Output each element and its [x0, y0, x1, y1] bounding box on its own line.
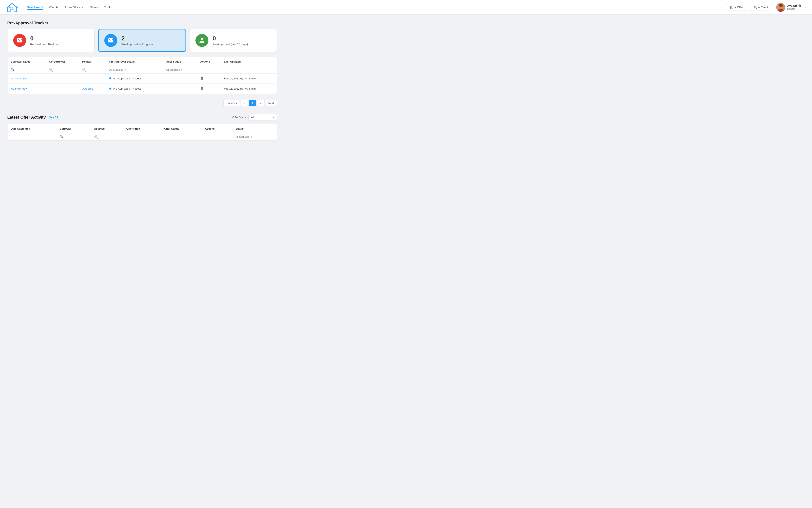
- nav-loan-officers[interactable]: Loan Officers: [65, 5, 83, 10]
- col-offer-status: Offer Status: [162, 57, 197, 66]
- offer-filter-row: 🔍 🔍 All Statuses ▼: [7, 133, 277, 140]
- preapproval-status-jenna: Pre-Approval in Process: [109, 77, 141, 80]
- nav-toolbox[interactable]: Toolbox: [104, 5, 115, 10]
- offer-col-offer-status: Offer Status: [161, 124, 202, 133]
- offer-table: Date Submitted Borrower Address Offer Pr…: [7, 124, 277, 140]
- inprogress-count: 2: [122, 35, 153, 42]
- delete-button-jenna[interactable]: 🗑: [200, 76, 204, 80]
- table-header-row: Borrower Name Co-Borrower Realtor Pre-Ap…: [7, 57, 277, 66]
- offer-col-status: Status: [232, 124, 277, 133]
- offer-table-header-row: Date Submitted Borrower Address Offer Pr…: [7, 124, 277, 133]
- offer-status-col-filter[interactable]: All Statuses ▼: [235, 135, 273, 138]
- preapproval-tracker: Pre-Approval Tracker 0 Request from Real…: [7, 21, 277, 109]
- last-page-button[interactable]: »: [257, 100, 265, 106]
- last-updated-matthew: Mar 15, 2021 by Ava Smith: [221, 84, 277, 94]
- co-borrower-jenna: –: [46, 74, 79, 84]
- tracker-card-approved: 0 Pre-Approved (last 30 days): [190, 29, 277, 52]
- borrower-search[interactable]: 🔍: [7, 66, 46, 74]
- offer-section-header: Latest Offer Activity See All Offer Stat…: [7, 114, 277, 121]
- co-borrower-matthew: –: [46, 84, 79, 94]
- add-person-icon: [754, 6, 757, 9]
- offer-activity-section: Latest Offer Activity See All Offer Stat…: [7, 114, 277, 140]
- see-all-link[interactable]: See All: [49, 116, 58, 119]
- status-dot-jenna: [109, 77, 111, 79]
- avatar: [776, 3, 785, 12]
- svg-text:BEST OFFER PACKAGE: BEST OFFER PACKAGE: [7, 11, 19, 12]
- nav-dashboard[interactable]: Dashboard: [27, 5, 43, 10]
- offer-col-price: Offer Price: [123, 124, 161, 133]
- realtors-label: Request from Realtors: [30, 43, 59, 46]
- table-row: Matthew Frey – Ava Smith Pre-Approval in…: [7, 84, 277, 94]
- tracker-card-realtors: 0 Request from Realtors: [7, 29, 95, 52]
- borrower-link-matthew[interactable]: Matthew Frey: [11, 87, 27, 90]
- table-row: Jenna Graves – – Pre-Approval in Process…: [7, 74, 277, 84]
- tracker-cards: 0 Request from Realtors 2 Pre-Approval i…: [7, 29, 277, 52]
- offer-borrower-search[interactable]: 🔍: [56, 133, 91, 140]
- main-content: Pre-Approval Tracker 0 Request from Real…: [0, 15, 284, 150]
- col-last-updated: Last Updated: [221, 57, 277, 66]
- borrower-link-jenna[interactable]: Jenna Graves: [11, 77, 27, 80]
- offer-address-search[interactable]: 🔍: [91, 133, 123, 140]
- preapproval-title: Pre-Approval Tracker: [7, 21, 277, 26]
- last-updated-jenna: Feb 24, 2021 by Ava Smith: [221, 74, 277, 84]
- header: bop BEST OFFER PACKAGE Dashboard Clients…: [0, 0, 812, 15]
- realtor-jenna: –: [79, 74, 106, 84]
- offer-status-matthew: [162, 84, 197, 94]
- status-dot-matthew: [109, 88, 111, 90]
- offer-status-select[interactable]: All Active Pending Closed: [248, 114, 277, 121]
- svg-point-6: [755, 6, 756, 7]
- approved-count: 0: [212, 35, 248, 42]
- svg-text:bop: bop: [9, 6, 14, 8]
- nav-offers[interactable]: Offers: [90, 5, 98, 10]
- offer-status-filter-empty: [161, 133, 202, 140]
- next-button[interactable]: Next: [265, 100, 277, 106]
- main-nav: Dashboard Clients Loan Officers Offers T…: [27, 5, 726, 10]
- nav-clients[interactable]: Clients: [49, 5, 58, 10]
- first-page-button[interactable]: «: [241, 100, 248, 106]
- co-borrower-search[interactable]: 🔍: [46, 66, 79, 74]
- borrower-table: Borrower Name Co-Borrower Realtor Pre-Ap…: [7, 57, 277, 94]
- realtors-count: 0: [30, 35, 59, 42]
- svg-point-12: [779, 4, 782, 7]
- preapproval-status-filter[interactable]: All Statuses ▼: [109, 68, 159, 71]
- offer-status-arrow: ▼: [181, 69, 183, 71]
- pagination: Previous « 1 » Next: [7, 97, 277, 109]
- offer-status-col-arrow: ▼: [250, 136, 252, 138]
- logo: bop BEST OFFER PACKAGE: [6, 2, 19, 12]
- realtor-link-matthew[interactable]: Ava Smith: [82, 87, 94, 90]
- offer-status-filter[interactable]: All Statuses ▼: [166, 68, 194, 71]
- offer-col-borrower: Borrower: [56, 124, 91, 133]
- add-client-button[interactable]: + Client: [750, 4, 772, 11]
- user-menu-chevron: ▼: [804, 6, 806, 9]
- previous-button[interactable]: Previous: [224, 100, 240, 106]
- add-offer-button[interactable]: + Offer: [726, 4, 747, 11]
- person-icon-green: [195, 34, 208, 47]
- offer-activity-title: Latest Offer Activity: [7, 115, 46, 120]
- header-actions: + Offer + Client: [726, 3, 806, 12]
- col-co-borrower: Co-Borrower: [46, 57, 79, 66]
- tracker-card-inprogress: 2 Pre-Approval in Progress: [98, 29, 186, 52]
- inprogress-label: Pre-Approval in Progress: [122, 43, 153, 46]
- realtor-search[interactable]: 🔍: [79, 66, 106, 74]
- offer-status-filter-label: Offer Status: [232, 116, 246, 119]
- col-preapproval-status: Pre-Approval Status: [106, 57, 163, 66]
- offer-table-container: Date Submitted Borrower Address Offer Pr…: [7, 124, 277, 140]
- user-menu[interactable]: Ava Smith Realtor ▼: [776, 3, 806, 12]
- preapproval-status-matthew: Pre-Approval in Process: [109, 87, 141, 90]
- filter-row: 🔍 🔍 🔍 All Statuses ▼ All Statuses: [7, 66, 277, 74]
- offer-icon: [730, 6, 733, 9]
- date-filter-empty: [7, 133, 56, 140]
- col-borrower-name: Borrower Name: [7, 57, 46, 66]
- mail-icon-blue: [104, 34, 117, 47]
- page-1-button[interactable]: 1: [249, 100, 256, 106]
- delete-button-matthew[interactable]: 🗑: [200, 87, 204, 91]
- offer-status-filter-area: Offer Status All Active Pending Closed: [232, 114, 277, 121]
- user-info: Ava Smith Realtor: [787, 4, 801, 11]
- mail-icon-red: [13, 34, 26, 47]
- offer-col-actions: Actions: [202, 124, 232, 133]
- col-realtor: Realtor: [79, 57, 106, 66]
- offer-status-jenna: [162, 74, 197, 84]
- price-filter-empty: [123, 133, 161, 140]
- actions-filter-empty: [202, 133, 232, 140]
- preapproval-status-arrow: ▼: [124, 69, 126, 71]
